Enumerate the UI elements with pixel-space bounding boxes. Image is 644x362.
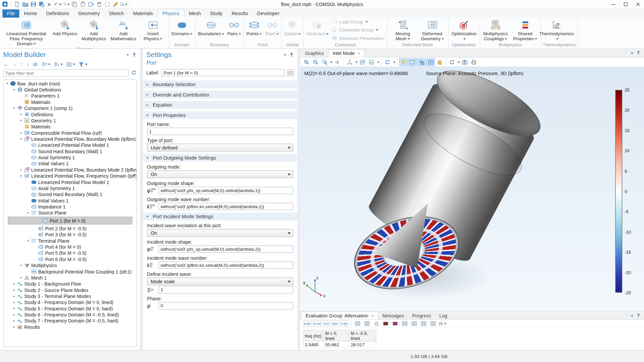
paste-icon[interactable]: [79, 1, 86, 8]
section-header-boundary-selection[interactable]: ▸Boundary Selection: [143, 80, 297, 88]
duplicate-icon[interactable]: [87, 1, 95, 8]
tree-item-linearized-potential-flow-frequency-domain-lpff[interactable]: ▾Linearized Potential Flow, Frequency Do…: [4, 173, 137, 179]
expander-closed-icon[interactable]: ▸: [12, 325, 16, 329]
insert-physics-button[interactable]: Insert Physics: [138, 18, 168, 46]
expander-closed-icon[interactable]: ▸: [19, 276, 23, 280]
up-icon[interactable]: ↑: [20, 61, 23, 67]
swatch-dark-icon[interactable]: [381, 320, 390, 327]
tree-item-linearized-potential-flow-boundary-mode-2-lpfbm2[interactable]: ▸Linearized Potential Flow, Boundary Mod…: [4, 167, 137, 173]
tree-item-study-7-frequency-domain-m-0-5-hard[interactable]: ▸Study 7 - Frequency Domain (M = -0.5, h…: [4, 318, 137, 324]
tree-item-port-5-for-m-0-5[interactable]: *Port 5 (for M = -0.5): [4, 250, 137, 256]
close-button[interactable]: [632, 0, 644, 9]
copy-icon[interactable]: [71, 1, 78, 8]
tree-item-port-2-for-m-0-5[interactable]: *Port 2 (for M = -0.5): [4, 225, 137, 231]
minimize-button[interactable]: [607, 0, 620, 9]
expander-open-icon[interactable]: ▾: [12, 106, 16, 110]
tree-item-impedance-1[interactable]: *Impedance 1: [4, 203, 137, 209]
pen-icon[interactable]: [112, 1, 119, 8]
update-plot-icon[interactable]: [448, 58, 457, 66]
refresh-view-icon[interactable]: [383, 58, 392, 66]
pin-icon[interactable]: [289, 52, 294, 58]
show-icon[interactable]: [33, 61, 38, 67]
expander-open-icon[interactable]: ▾: [26, 211, 30, 215]
table-header-freq-hz[interactable]: freq (Hz): [303, 330, 323, 341]
preview-icon[interactable]: [120, 1, 127, 8]
expander-closed-icon[interactable]: ▸: [12, 282, 16, 286]
format-0-85-button[interactable]: 0.85: [340, 320, 348, 326]
tree-item-linearized-potential-flow-boundary-mode-lpfbm[interactable]: ▾Linearized Potential Flow, Boundary Mod…: [4, 136, 137, 142]
pairs-button[interactable]: Pairs: [264, 18, 280, 42]
view-xy-icon[interactable]: [358, 58, 367, 66]
maximize-button[interactable]: [620, 0, 632, 9]
saveas-icon[interactable]: [38, 1, 45, 8]
add-physics-button[interactable]: Add Physics: [51, 18, 79, 46]
transparency-icon[interactable]: [417, 58, 426, 66]
ribbon-tab-sketch[interactable]: Sketch: [104, 9, 128, 17]
ribbon-tab-developer[interactable]: Developer: [253, 9, 284, 17]
domains-button[interactable]: Domains: [170, 18, 194, 42]
tree-item-port-4-for-m-0[interactable]: *Port 4 (for M = 0): [4, 244, 137, 250]
insert-table-icon[interactable]: [429, 320, 437, 327]
expression-field[interactable]: withsol('sol3',lpfbm.kn,setval(M,0),seti…: [159, 203, 293, 210]
tree-item-background-potential-flow-coupling-1-pfc1[interactable]: Background Potential Flow Coupling 1 (pf…: [4, 268, 137, 275]
filter-input[interactable]: [3, 69, 128, 77]
panel-menu-icon[interactable]: [284, 54, 286, 56]
ribbon-tab-geometry[interactable]: Geometry: [74, 9, 104, 17]
ribbon-tab-results[interactable]: Results: [227, 9, 253, 17]
graphics-tab-inlet-mode[interactable]: Inlet Mode×: [328, 49, 365, 57]
tree-item-study-6-frequency-domain-m-0-5-lined[interactable]: ▸Study 6 - Frequency Domain (M = -0.5, l…: [4, 311, 137, 317]
table-icon[interactable]: [353, 320, 362, 327]
tree-item-study-4-frequency-domain-m-0-lined[interactable]: ▸Study 4 - Frequency Domain (M = 0, line…: [4, 299, 137, 305]
expression-field[interactable]: withsol('sol3',phi_sp,setval(M,0),setind…: [159, 245, 293, 253]
forward-icon[interactable]: →: [12, 61, 17, 67]
tree-item-linearized-potential-flow-model-1[interactable]: Linearized Potential Flow Model 1: [4, 179, 137, 185]
graphics-canvas[interactable]: M(2)=-0.5 Out-of-plane wave number=-0.89…: [300, 66, 644, 311]
tree-item-study-5-frequency-domain-m-0-hard[interactable]: ▸Study 5 - Frequency Domain (M = 0, hard…: [4, 305, 137, 311]
ribbon-tab-mesh[interactable]: Mesh: [184, 9, 206, 17]
expander-closed-icon[interactable]: ▸: [19, 113, 23, 116]
multiphysics-couplings-button[interactable]: Multiphysics Couplings: [481, 18, 510, 42]
tree-item-axial-symmetry-1[interactable]: Axial Symmetry 1: [4, 185, 137, 191]
tree-item-geometry-1[interactable]: ▸AGeometry 1: [4, 117, 137, 123]
down-icon[interactable]: ↓: [26, 61, 29, 67]
tree-item-global-definitions[interactable]: ▾Global Definitions: [4, 86, 137, 93]
linearized-potential-flow-frequency-domain-button[interactable]: Linearized Potential Flow, Frequency Dom…: [2, 18, 51, 46]
tree-item-linearized-potential-flow-model-1[interactable]: Linearized Potential Flow Model 1: [4, 142, 137, 148]
expander-closed-icon[interactable]: ▸: [12, 307, 16, 310]
table-menu-icon[interactable]: [438, 320, 447, 327]
ribbon-tab-physics[interactable]: Physics: [158, 9, 184, 18]
format-8-42-button[interactable]: 8+42: [312, 320, 322, 326]
merge-icon[interactable]: [363, 320, 371, 327]
filter-icon[interactable]: [78, 61, 88, 67]
paint-icon[interactable]: [372, 320, 381, 327]
tree-item-mesh-1[interactable]: ▸Mesh 1: [4, 275, 137, 281]
tree-item-port-1-for-m-0[interactable]: *Port 1 (for M = 0): [8, 217, 132, 225]
expander-open-icon[interactable]: ▾: [26, 239, 30, 243]
expander-closed-icon[interactable]: ▸: [12, 294, 16, 298]
label-field[interactable]: Port 1 (for M = 0): [162, 69, 285, 76]
close-tab-icon[interactable]: ×: [371, 313, 374, 318]
attributes-button[interactable]: Attributes: [304, 18, 330, 42]
new-icon[interactable]: [13, 1, 20, 8]
tree-item-terminal-plane[interactable]: ▾Terminal Plane: [4, 238, 137, 244]
ribbon-tab-home[interactable]: Home: [19, 9, 42, 17]
thermodynamics-button[interactable]: Thermodynamics: [542, 18, 572, 42]
evaluation-tab-log[interactable]: Log: [435, 312, 451, 319]
tree-item-component-1-comp-1[interactable]: ▾Component 1 (comp 1): [4, 105, 137, 111]
expander-closed-icon[interactable]: ▸: [19, 131, 23, 135]
save-icon[interactable]: [30, 1, 37, 8]
open-icon[interactable]: [21, 1, 29, 8]
ribbon-tab-study[interactable]: Study: [205, 9, 227, 17]
dropdown-type-of-port[interactable]: User defined: [147, 144, 293, 152]
expander-open-icon[interactable]: ▾: [12, 88, 16, 92]
redo-icon[interactable]: ↷: [62, 1, 70, 8]
tree-item-materials[interactable]: Materials: [4, 124, 137, 130]
view-yz-icon[interactable]: [367, 58, 376, 66]
expression-field[interactable]: withsol('sol3',phi_sp,setval(M,0),setind…: [159, 187, 293, 194]
delete-icon[interactable]: [95, 1, 103, 8]
swatch-magenta-icon[interactable]: [391, 320, 399, 327]
pin-icon[interactable]: [636, 51, 641, 56]
collapse-all-icon[interactable]: [54, 61, 63, 67]
points-button[interactable]: Points: [245, 18, 264, 42]
tree-item-study-1-background-flow[interactable]: ▸Study 1 - Background Flow: [4, 281, 137, 287]
